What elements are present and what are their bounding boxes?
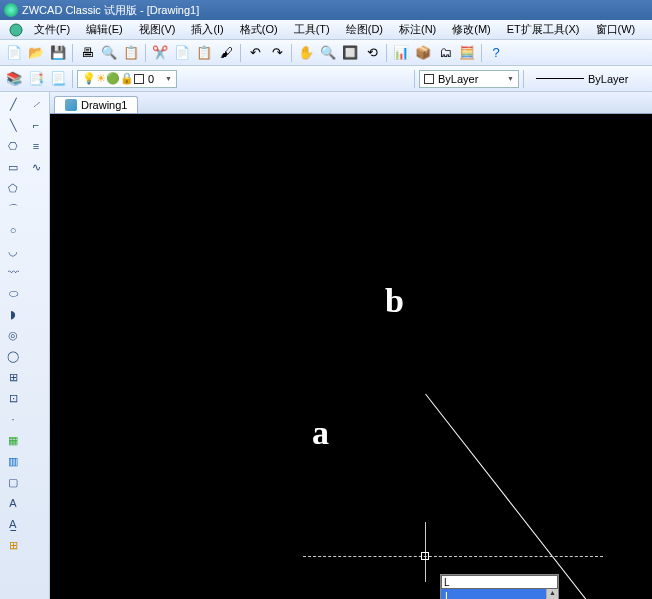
design-center-icon[interactable]: 📦: [413, 43, 433, 63]
pan-icon[interactable]: ✋: [296, 43, 316, 63]
tool-palette-icon[interactable]: 🗂: [435, 43, 455, 63]
zoom-window-icon[interactable]: 🔲: [340, 43, 360, 63]
print-preview-icon[interactable]: 🔍: [99, 43, 119, 63]
pent-tool-icon[interactable]: ⬠: [2, 178, 24, 198]
spl-tool-icon[interactable]: ∿: [25, 157, 47, 177]
ellipse-tool-icon[interactable]: ⬭: [2, 283, 24, 303]
document-tabs: Drawing1: [50, 92, 652, 114]
block-insert-icon[interactable]: ⊞: [2, 367, 24, 387]
table-tool-icon[interactable]: ⊞: [2, 535, 24, 555]
menu-tools[interactable]: 工具(T): [286, 20, 338, 39]
title-bar: ZWCAD Classic 试用版 - [Drawing1]: [0, 0, 652, 20]
open-file-icon[interactable]: 📂: [26, 43, 46, 63]
crosshair-box: [421, 552, 429, 560]
ac-item-l[interactable]: L: [441, 589, 558, 599]
region-tool-icon[interactable]: ▢: [2, 472, 24, 492]
menu-et-extend[interactable]: ET扩展工具(X): [499, 20, 588, 39]
print-icon[interactable]: 🖶: [77, 43, 97, 63]
tab-drawing1[interactable]: Drawing1: [54, 96, 138, 113]
app-icon: [4, 3, 18, 17]
tab-label: Drawing1: [81, 99, 127, 111]
linetype-value: ByLayer: [588, 73, 628, 85]
layer-states-icon[interactable]: 📃: [48, 69, 68, 89]
label-a: a: [312, 414, 329, 452]
layers-toolbar: 📚 📑 📃 💡☀🟢🔒 0 ▼ ByLayer ▼ ByLayer: [0, 66, 652, 92]
command-input[interactable]: [441, 575, 558, 589]
zoom-prev-icon[interactable]: ⟲: [362, 43, 382, 63]
ring-tool-icon[interactable]: ◯: [2, 346, 24, 366]
xline-tool-icon[interactable]: ⟋: [25, 94, 47, 114]
menu-insert[interactable]: 插入(I): [183, 20, 231, 39]
scroll-up-icon[interactable]: ▲: [547, 589, 558, 599]
help-icon[interactable]: ?: [486, 43, 506, 63]
menu-modify[interactable]: 修改(M): [444, 20, 499, 39]
match-icon[interactable]: 🖌: [216, 43, 236, 63]
hatch-tool-icon[interactable]: ▦: [2, 430, 24, 450]
redo-icon[interactable]: ↷: [267, 43, 287, 63]
text-tool-icon[interactable]: A: [2, 493, 24, 513]
save-icon[interactable]: 💾: [48, 43, 68, 63]
window-title: ZWCAD Classic 试用版 - [Drawing1]: [22, 3, 199, 18]
calculator-icon[interactable]: 🧮: [457, 43, 477, 63]
ray-tool-icon[interactable]: ╲: [2, 115, 24, 135]
new-file-icon[interactable]: 📄: [4, 43, 24, 63]
rect-tool-icon[interactable]: ▭: [2, 157, 24, 177]
command-autocomplete: L LA LAS LASTANGLE LASTCMDANG ▲ ▼: [440, 574, 559, 599]
menu-edit[interactable]: 编辑(E): [78, 20, 131, 39]
polygon-tool-icon[interactable]: ⎔: [2, 136, 24, 156]
drawing-canvas[interactable]: a b L LA LAS LASTANGLE LASTCMDANG ▲ ▼: [50, 114, 652, 599]
ellipse-arc-icon[interactable]: ◗: [2, 304, 24, 324]
circle-tool-icon[interactable]: ○: [2, 220, 24, 240]
color-combo[interactable]: ByLayer ▼: [419, 70, 519, 88]
menu-format[interactable]: 格式(O): [232, 20, 286, 39]
publish-icon[interactable]: 📋: [121, 43, 141, 63]
doc-icon: [65, 99, 77, 111]
menu-window[interactable]: 窗口(W): [588, 20, 644, 39]
draw-toolbox: ╱⟋ ╲⌐ ⎔≡ ▭∿ ⬠ ⌒ ○ ◡ 〰 ⬭ ◗ ◎ ◯ ⊞ ⊡ · ▦ ▥ …: [0, 92, 50, 599]
line-tool-icon[interactable]: ╱: [2, 94, 24, 114]
autocomplete-scrollbar[interactable]: ▲ ▼: [546, 589, 558, 599]
standard-toolbar: 📄 📂 💾 🖶 🔍 📋 ✂️ 📄 📋 🖌 ↶ ↷ ✋ 🔍 🔲 ⟲ 📊 📦 🗂 🧮…: [0, 40, 652, 66]
donut-tool-icon[interactable]: ◎: [2, 325, 24, 345]
cut-icon[interactable]: ✂️: [150, 43, 170, 63]
mline-tool-icon[interactable]: ≡: [25, 136, 47, 156]
menu-bar: 文件(F) 编辑(E) 视图(V) 插入(I) 格式(O) 工具(T) 绘图(D…: [0, 20, 652, 40]
point-tool-icon[interactable]: ·: [2, 409, 24, 429]
properties-icon[interactable]: 📊: [391, 43, 411, 63]
color-value: ByLayer: [438, 73, 478, 85]
layer-manager-icon[interactable]: 📚: [4, 69, 24, 89]
menu-view[interactable]: 视图(V): [131, 20, 184, 39]
svg-point-0: [10, 24, 22, 36]
undo-icon[interactable]: ↶: [245, 43, 265, 63]
paste-icon[interactable]: 📋: [194, 43, 214, 63]
menu-file[interactable]: 文件(F): [26, 20, 78, 39]
pline-tool-icon[interactable]: ⌐: [25, 115, 47, 135]
block-make-icon[interactable]: ⊡: [2, 388, 24, 408]
arc-tool-icon[interactable]: ⌒: [2, 199, 24, 219]
crosshair-h: [303, 556, 603, 557]
gradient-tool-icon[interactable]: ▥: [2, 451, 24, 471]
layer-prev-icon[interactable]: 📑: [26, 69, 46, 89]
curve-tool-icon[interactable]: ◡: [2, 241, 24, 261]
spline-tool-icon[interactable]: 〰: [2, 262, 24, 282]
workspace: Drawing1 a b L LA LAS LASTANGLE LASTCMDA…: [50, 92, 652, 599]
line-bc: [425, 394, 647, 599]
menu-draw[interactable]: 绘图(D): [338, 20, 391, 39]
layer-name: 0: [148, 73, 154, 85]
copy-icon[interactable]: 📄: [172, 43, 192, 63]
app-menu-icon[interactable]: [6, 20, 26, 40]
main-area: ╱⟋ ╲⌐ ⎔≡ ▭∿ ⬠ ⌒ ○ ◡ 〰 ⬭ ◗ ◎ ◯ ⊞ ⊡ · ▦ ▥ …: [0, 92, 652, 599]
layer-combo[interactable]: 💡☀🟢🔒 0 ▼: [77, 70, 177, 88]
mtext-tool-icon[interactable]: A̲: [2, 514, 24, 534]
label-b: b: [385, 282, 404, 320]
zoom-realtime-icon[interactable]: 🔍: [318, 43, 338, 63]
autocomplete-list: L LA LAS LASTANGLE LASTCMDANG ▲ ▼: [441, 589, 558, 599]
linetype-combo[interactable]: ByLayer: [528, 70, 648, 88]
menu-annotate[interactable]: 标注(N): [391, 20, 444, 39]
